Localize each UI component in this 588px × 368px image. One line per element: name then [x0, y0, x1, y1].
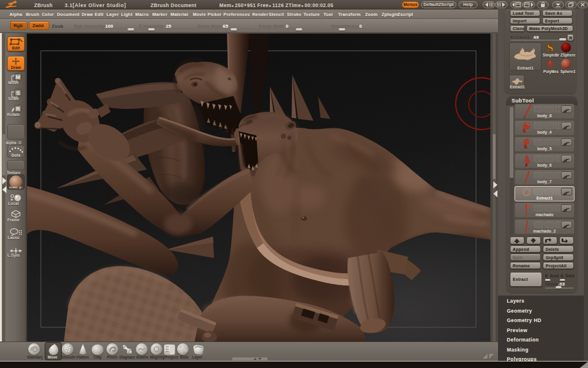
svg-text:R: R: [16, 106, 20, 112]
svg-text:M: M: [16, 74, 21, 80]
svg-text:S: S: [16, 90, 19, 96]
svg-text:S: S: [547, 42, 553, 52]
